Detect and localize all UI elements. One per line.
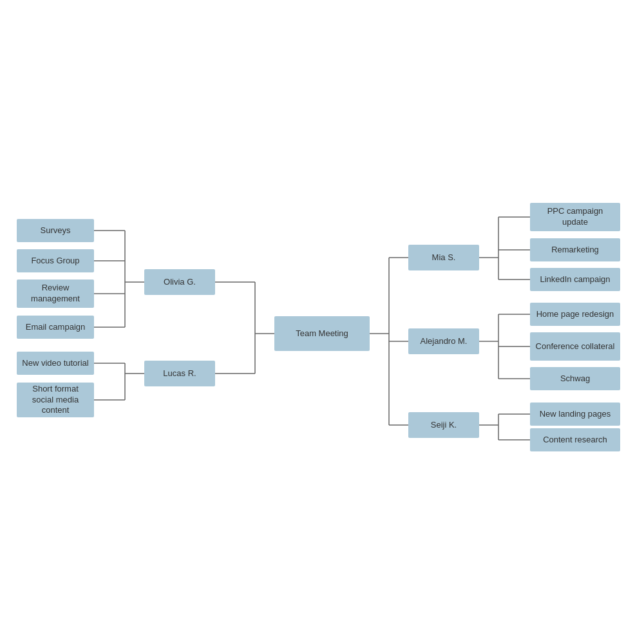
mia-node: Mia S. — [408, 245, 479, 270]
conference-node: Conference collateral — [530, 332, 620, 361]
schwag-node: Schwag — [530, 367, 620, 390]
new-landing-node: New landing pages — [530, 402, 620, 426]
content-research-node: Content research — [530, 428, 620, 451]
email-campaign-node: Email campaign — [17, 316, 94, 339]
seiji-node: Seiji K. — [408, 412, 479, 438]
linkedin-node: LinkedIn campaign — [530, 268, 620, 291]
focus-group-node: Focus Group — [17, 249, 94, 272]
team-meeting-node: Team Meeting — [274, 316, 370, 351]
surveys-node: Surveys — [17, 219, 94, 242]
review-mgmt-node: Review management — [17, 279, 94, 308]
short-format-node: Short format social media content — [17, 383, 94, 417]
new-video-node: New video tutorial — [17, 352, 94, 375]
org-chart: Surveys Focus Group Review management Em… — [0, 0, 644, 644]
alejandro-node: Alejandro M. — [408, 328, 479, 354]
ppc-node: PPC campaign update — [530, 203, 620, 231]
homepage-node: Home page redesign — [530, 303, 620, 326]
lucas-node: Lucas R. — [144, 361, 215, 386]
olivia-node: Olivia G. — [144, 269, 215, 295]
remarketing-node: Remarketing — [530, 238, 620, 261]
